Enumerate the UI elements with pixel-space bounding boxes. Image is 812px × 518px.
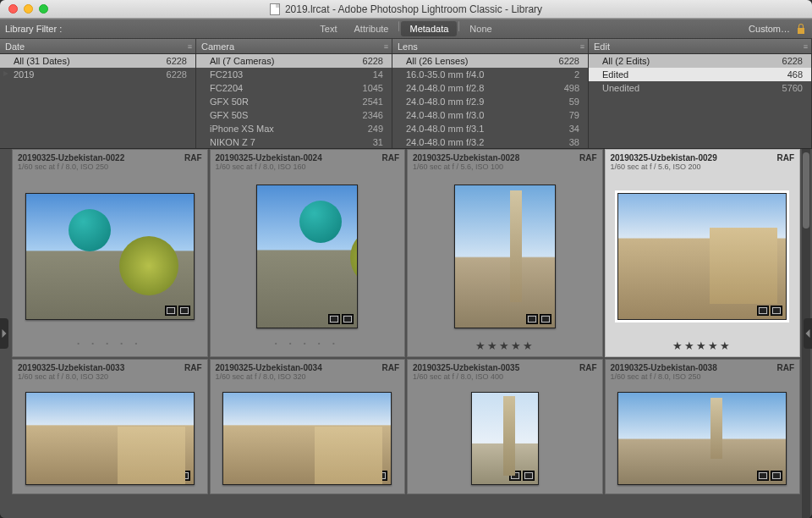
col-menu-icon[interactable]: ≡ — [804, 42, 806, 51]
filter-row-count: 249 — [368, 124, 383, 134]
has-crop-badge-icon — [178, 471, 190, 481]
thumb-format: RAF — [184, 153, 202, 163]
filter-row[interactable]: All (31 Dates)6228 — [0, 54, 195, 68]
thumb-filename: 20190325-Uzbekistan-0033 — [18, 363, 124, 372]
filter-row-count: 2 — [574, 69, 579, 80]
filter-tab-attribute[interactable]: Attribute — [346, 21, 398, 36]
close-window-button[interactable] — [8, 4, 18, 14]
col-edit: All (2 Edits)6228Edited468Unedited5760 — [589, 54, 812, 148]
col-header-lens[interactable]: Lens ≡ — [392, 39, 589, 53]
col-header-edit-label: Edit — [594, 41, 610, 52]
right-panel-handle[interactable] — [804, 318, 812, 349]
app-window: 2019.lrcat - Adobe Photoshop Lightroom C… — [0, 0, 812, 518]
col-date: All (31 Dates)6228▶20196228 — [0, 54, 196, 148]
filter-row[interactable]: FC210314 — [196, 68, 392, 81]
filter-row-count: 6228 — [167, 69, 187, 80]
col-menu-icon[interactable]: ≡ — [580, 42, 583, 51]
filter-row-label: 24.0-48.0 mm f/2.9 — [406, 96, 484, 107]
col-lens: All (26 Lenses)622816.0-35.0 mm f/4.0224… — [392, 54, 589, 148]
filter-row-label: Unedited — [602, 83, 639, 93]
thumb-format: RAF — [579, 363, 597, 372]
document-icon — [270, 3, 280, 15]
thumbnail-cell[interactable]: 20190325-Uzbekistan-0035RAF1/60 sec at f… — [407, 359, 603, 494]
filter-row[interactable]: 24.0-48.0 mm f/3.238 — [392, 135, 588, 148]
thumbnail-image[interactable] — [471, 392, 539, 485]
thumb-filename: 20190325-Uzbekistan-0022 — [18, 153, 124, 163]
col-header-date-label: Date — [5, 41, 25, 52]
filter-row[interactable]: GFX 50R2541 — [196, 95, 392, 108]
grid-scrollbar-thumb[interactable] — [803, 152, 809, 229]
filter-row-label: 24.0-48.0 mm f/3.2 — [406, 137, 484, 147]
filter-row-label: 24.0-48.0 mm f/3.0 — [406, 110, 484, 120]
thumb-exif: 1/60 sec at f / 8.0, ISO 400 — [413, 372, 597, 381]
filter-row[interactable]: All (2 Edits)6228 — [589, 54, 811, 68]
filter-row[interactable]: 24.0-48.0 mm f/3.079 — [392, 108, 588, 122]
col-menu-icon[interactable]: ≡ — [384, 42, 387, 51]
filter-row-count: 59 — [569, 96, 579, 107]
filter-row-count: 6228 — [782, 56, 803, 66]
filter-tab-metadata[interactable]: Metadata — [401, 21, 457, 36]
filter-row[interactable]: 24.0-48.0 mm f/2.8498 — [392, 81, 588, 95]
col-header-edit[interactable]: Edit ≡ — [589, 39, 812, 53]
has-crop-badge-icon — [771, 471, 782, 481]
rating-display[interactable]: ★★★★★ — [606, 339, 800, 356]
filter-row[interactable]: Unedited5760 — [589, 81, 811, 95]
filter-row[interactable]: iPhone XS Max249 — [196, 122, 392, 135]
filter-tab-none[interactable]: None — [461, 21, 500, 36]
col-header-lens-label: Lens — [398, 41, 418, 52]
thumbnail-image[interactable] — [617, 392, 787, 485]
filter-tabs: Text Attribute Metadata None — [0, 21, 812, 36]
thumbnail-image[interactable] — [222, 392, 392, 485]
thumbnail-image[interactable] — [25, 193, 195, 320]
thumb-exif: 1/60 sec at f / 8.0, ISO 320 — [18, 372, 202, 381]
has-crop-badge-icon — [771, 306, 782, 316]
filter-row[interactable]: FC22041045 — [196, 81, 392, 95]
col-menu-icon[interactable]: ≡ — [188, 42, 190, 51]
minimize-window-button[interactable] — [24, 4, 33, 14]
thumbnail-cell[interactable]: 20190325-Uzbekistan-0022RAF1/60 sec at f… — [12, 149, 208, 357]
filter-row[interactable]: NIKON Z 731 — [196, 135, 392, 148]
left-panel-handle[interactable] — [0, 318, 8, 349]
thumbnail-grid: 20190325-Uzbekistan-0022RAF1/60 sec at f… — [0, 149, 812, 494]
filter-row[interactable]: 24.0-48.0 mm f/2.959 — [392, 95, 588, 108]
thumbnail-image[interactable] — [454, 185, 556, 328]
filter-row-label: All (7 Cameras) — [210, 56, 274, 66]
rating-display[interactable]: • • • • • — [13, 339, 207, 356]
has-develop-badge-icon — [165, 471, 177, 481]
thumb-exif: 1/60 sec at f / 8.0, ISO 250 — [611, 372, 795, 381]
filter-row[interactable]: 24.0-48.0 mm f/3.134 — [392, 122, 588, 135]
filter-row[interactable]: Edited468 — [589, 68, 811, 81]
filter-row[interactable]: ▶20196228 — [0, 68, 195, 81]
filter-row-label: 24.0-48.0 mm f/3.1 — [406, 124, 484, 134]
thumbnail-cell[interactable]: 20190325-Uzbekistan-0033RAF1/60 sec at f… — [12, 359, 208, 494]
has-crop-badge-icon — [540, 314, 551, 324]
metadata-column-headers: Date ≡ Camera ≡ Lens ≡ Edit ≡ — [0, 39, 812, 54]
filter-row-count: 6228 — [167, 56, 187, 66]
thumbnail-cell[interactable]: 20190325-Uzbekistan-0034RAF1/60 sec at f… — [210, 359, 406, 494]
has-develop-badge-icon — [328, 314, 340, 324]
col-header-camera[interactable]: Camera ≡ — [196, 39, 392, 53]
filter-row[interactable]: All (7 Cameras)6228 — [196, 54, 392, 68]
thumbnail-cell[interactable]: 20190325-Uzbekistan-0024RAF1/60 sec at f… — [210, 149, 406, 357]
filter-row-label: GFX 50R — [210, 96, 249, 107]
filter-row[interactable]: GFX 50S2346 — [196, 108, 392, 122]
thumbnail-image[interactable] — [617, 193, 787, 320]
filter-row-count: 1045 — [363, 83, 383, 93]
thumbnail-cell[interactable]: 20190325-Uzbekistan-0038RAF1/60 sec at f… — [605, 359, 801, 494]
filter-tab-separator — [398, 21, 399, 31]
filter-row-label: Edited — [602, 69, 628, 80]
filter-row-count: 31 — [373, 137, 383, 147]
thumbnail-cell[interactable]: 20190325-Uzbekistan-0029RAF1/60 sec at f… — [605, 149, 801, 357]
rating-display[interactable]: ★★★★★ — [408, 339, 602, 356]
zoom-window-button[interactable] — [39, 4, 48, 14]
rating-display[interactable]: • • • • • — [211, 339, 405, 356]
filter-row[interactable]: 16.0-35.0 mm f/4.02 — [392, 68, 588, 81]
thumbnail-cell[interactable]: 20190325-Uzbekistan-0028RAF1/60 sec at f… — [407, 149, 603, 357]
filter-row[interactable]: All (26 Lenses)6228 — [392, 54, 588, 68]
has-crop-badge-icon — [523, 471, 535, 481]
col-header-date[interactable]: Date ≡ — [0, 39, 196, 53]
filter-tab-text[interactable]: Text — [311, 21, 345, 36]
thumbnail-image[interactable] — [25, 392, 195, 485]
thumbnail-image[interactable] — [256, 185, 358, 328]
disclosure-triangle-icon[interactable]: ▶ — [3, 69, 8, 77]
